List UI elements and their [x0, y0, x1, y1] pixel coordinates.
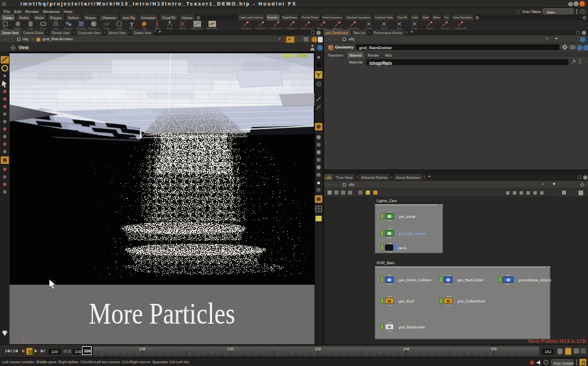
- svg-text:144: 144: [403, 347, 409, 351]
- svg-text:108: 108: [139, 347, 145, 351]
- svg-text:T: T: [130, 21, 134, 28]
- svg-text:132: 132: [315, 347, 321, 351]
- svg-text:1: 1: [34, 333, 37, 337]
- svg-text:156: 156: [490, 347, 496, 351]
- svg-text:120: 120: [227, 347, 233, 351]
